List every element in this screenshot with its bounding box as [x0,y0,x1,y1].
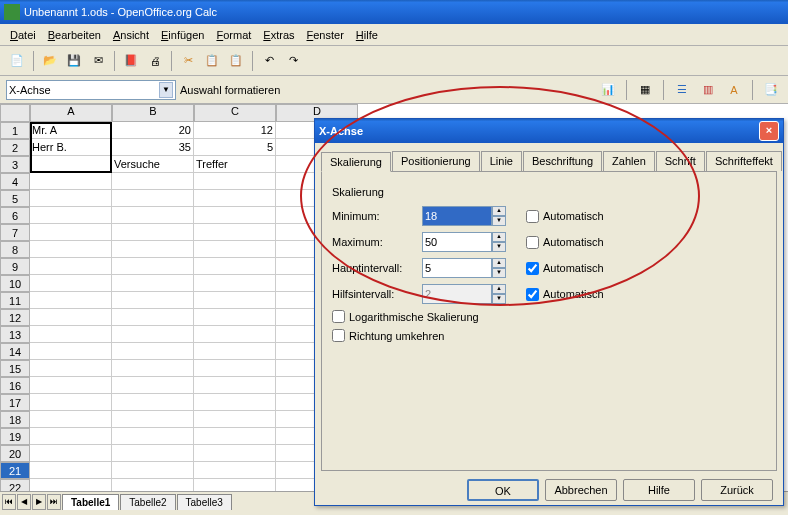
cell[interactable] [30,462,112,479]
grid-h-icon[interactable]: ☰ [671,79,693,101]
row-header[interactable]: 16 [0,377,30,394]
data-range-icon[interactable]: ▦ [634,79,656,101]
cell[interactable] [30,190,112,207]
cell[interactable] [194,462,276,479]
cell[interactable] [112,411,194,428]
legend-icon[interactable]: 📑 [760,79,782,101]
print-icon[interactable]: 🖨 [144,50,166,72]
row-header[interactable]: 6 [0,207,30,224]
col-header[interactable]: C [194,104,276,122]
row-header[interactable]: 17 [0,394,30,411]
menu-datei[interactable]: Datei [4,27,42,43]
cell[interactable]: Treffer [194,156,276,173]
cell[interactable] [112,309,194,326]
cell[interactable] [194,258,276,275]
cell[interactable]: 12 [194,122,276,139]
row-header[interactable]: 21 [0,462,30,479]
cell[interactable] [194,173,276,190]
cell[interactable]: 5 [194,139,276,156]
row-header[interactable]: 20 [0,445,30,462]
cell[interactable] [30,394,112,411]
cell[interactable] [194,292,276,309]
cell[interactable] [112,326,194,343]
cell[interactable] [194,360,276,377]
row-header[interactable]: 10 [0,275,30,292]
sheet-tab-3[interactable]: Tabelle3 [177,494,232,510]
input-hilfsintervall[interactable] [422,284,492,304]
cell[interactable] [30,258,112,275]
undo-icon[interactable]: ↶ [258,50,280,72]
tab-skalierung[interactable]: Skalierung [321,152,391,172]
tab-schrift[interactable]: Schrift [656,151,705,171]
menu-format[interactable]: Format [210,27,257,43]
row-header[interactable]: 15 [0,360,30,377]
menu-bearbeiten[interactable]: Bearbeiten [42,27,107,43]
cell[interactable] [30,428,112,445]
cell[interactable] [194,428,276,445]
cell[interactable] [112,343,194,360]
row-header[interactable]: 7 [0,224,30,241]
spinner-hilfsintervall[interactable]: ▲▼ [492,284,506,304]
cancel-button[interactable]: Abbrechen [545,479,617,501]
row-header[interactable]: 2 [0,139,30,156]
row-header[interactable]: 19 [0,428,30,445]
menu-fenster[interactable]: Fenster [301,27,350,43]
cell[interactable] [194,411,276,428]
checkbox-max-auto[interactable] [526,236,539,249]
menu-extras[interactable]: Extras [257,27,300,43]
menu-ansicht[interactable]: Ansicht [107,27,155,43]
mail-icon[interactable]: ✉ [87,50,109,72]
tab-schrifteffekt[interactable]: Schrifteffekt [706,151,782,171]
row-header[interactable]: 14 [0,343,30,360]
new-icon[interactable]: 📄 [6,50,28,72]
cell[interactable] [194,394,276,411]
cell[interactable] [30,241,112,258]
cell[interactable] [30,343,112,360]
row-header[interactable]: 12 [0,309,30,326]
input-minimum[interactable] [422,206,492,226]
cut-icon[interactable]: ✂ [177,50,199,72]
row-header[interactable]: 11 [0,292,30,309]
cell[interactable]: Mr. A [30,122,112,139]
cell[interactable] [194,445,276,462]
cell[interactable] [30,309,112,326]
checkbox-log[interactable] [332,310,345,323]
redo-icon[interactable]: ↷ [282,50,304,72]
cell[interactable] [112,258,194,275]
cell[interactable] [194,241,276,258]
input-hauptintervall[interactable] [422,258,492,278]
tab-prev-icon[interactable]: ◀ [17,494,31,510]
row-header[interactable]: 4 [0,173,30,190]
checkbox-minor-auto[interactable] [526,288,539,301]
tab-linie[interactable]: Linie [481,151,522,171]
tab-positionierung[interactable]: Positionierung [392,151,480,171]
cell[interactable] [30,224,112,241]
row-header[interactable]: 18 [0,411,30,428]
cell[interactable] [112,190,194,207]
checkbox-major-auto[interactable] [526,262,539,275]
cell[interactable] [112,394,194,411]
cell[interactable] [30,445,112,462]
spinner-hauptintervall[interactable]: ▲▼ [492,258,506,278]
row-header[interactable]: 13 [0,326,30,343]
cell[interactable] [30,326,112,343]
cell[interactable] [194,275,276,292]
cell[interactable] [112,224,194,241]
cell[interactable] [194,190,276,207]
help-button[interactable]: Hilfe [623,479,695,501]
cell[interactable] [30,377,112,394]
axis-icon[interactable]: A [723,79,745,101]
select-all-corner[interactable] [0,104,30,122]
cell[interactable] [30,207,112,224]
tab-first-icon[interactable]: ⏮ [2,494,16,510]
tab-next-icon[interactable]: ▶ [32,494,46,510]
cell[interactable] [194,224,276,241]
checkbox-min-auto[interactable] [526,210,539,223]
spinner-minimum[interactable]: ▲▼ [492,206,506,226]
cell[interactable]: 35 [112,139,194,156]
row-header[interactable]: 3 [0,156,30,173]
row-header[interactable]: 9 [0,258,30,275]
cell[interactable] [112,360,194,377]
spinner-maximum[interactable]: ▲▼ [492,232,506,252]
cell[interactable] [30,411,112,428]
